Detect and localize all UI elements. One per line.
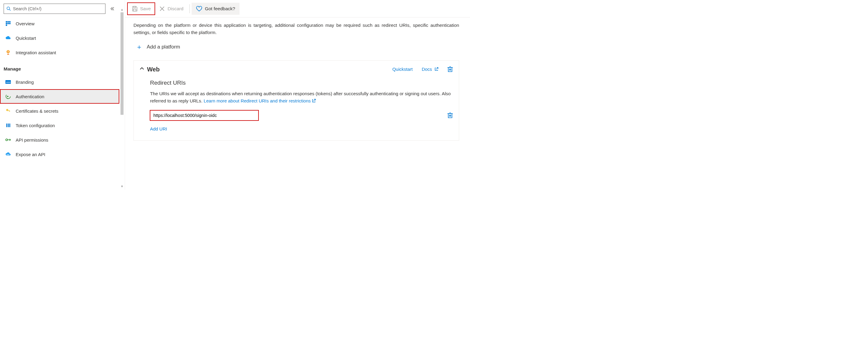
discard-icon bbox=[159, 6, 165, 12]
platform-card-web: Web Quickstart Docs bbox=[133, 60, 459, 141]
svg-point-20 bbox=[6, 139, 7, 141]
delete-platform-button[interactable] bbox=[447, 66, 453, 73]
branding-icon: www bbox=[5, 79, 11, 85]
svg-rect-8 bbox=[6, 24, 7, 26]
sidebar-item-token-configuration[interactable]: Token configuration bbox=[0, 118, 119, 133]
sidebar-item-label: Overview bbox=[16, 21, 35, 26]
plus-icon: ＋ bbox=[136, 42, 143, 52]
redirect-uri-input[interactable] bbox=[150, 110, 258, 121]
feedback-button-label: Got feedback? bbox=[205, 6, 235, 11]
card-title: Web bbox=[147, 65, 160, 74]
platform-intro-text: Depending on the platform or device this… bbox=[133, 22, 459, 36]
sidebar-item-label: Expose an API bbox=[16, 152, 45, 157]
svg-line-1 bbox=[9, 9, 10, 10]
svg-point-25 bbox=[7, 154, 7, 155]
heart-icon bbox=[196, 5, 203, 12]
search-icon bbox=[6, 6, 11, 11]
svg-line-39 bbox=[314, 99, 316, 101]
sidebar-item-api-permissions[interactable]: API permissions bbox=[0, 133, 119, 147]
sidebar-item-label: Authentication bbox=[16, 94, 44, 99]
svg-rect-2 bbox=[6, 21, 7, 23]
feedback-button[interactable]: Got feedback? bbox=[192, 3, 240, 15]
sidebar-scrollbar[interactable]: ▲ ▼ bbox=[119, 0, 125, 190]
search-placeholder: Search (Ctrl+/) bbox=[13, 6, 41, 11]
redirect-uris-heading: Redirect URIs bbox=[150, 79, 453, 87]
toolbar-divider bbox=[189, 4, 190, 13]
token-icon bbox=[5, 122, 11, 129]
svg-rect-17 bbox=[6, 124, 7, 127]
sidebar-item-expose-api[interactable]: Expose an API bbox=[0, 147, 119, 161]
discard-button-label: Discard bbox=[167, 6, 184, 11]
svg-rect-6 bbox=[7, 23, 9, 24]
sidebar-item-quickstart[interactable]: Quickstart bbox=[0, 31, 119, 45]
sidebar-item-label: Integration assistant bbox=[16, 50, 56, 55]
add-platform-label: Add a platform bbox=[147, 43, 180, 51]
sidebar-item-label: API permissions bbox=[16, 137, 48, 143]
sidebar-item-label: Certificates & secrets bbox=[16, 108, 58, 114]
svg-rect-28 bbox=[134, 6, 136, 7]
section-header-manage: Manage bbox=[0, 60, 119, 75]
sidebar: Search (Ctrl+/) Overview Quickstart bbox=[0, 0, 119, 190]
scroll-up-arrow: ▲ bbox=[121, 8, 124, 11]
svg-rect-16 bbox=[9, 111, 10, 112]
learn-more-redirect-link[interactable]: Learn more about Redirect URIs and their… bbox=[204, 98, 316, 103]
external-link-icon bbox=[434, 67, 438, 71]
sidebar-item-integration-assistant[interactable]: Integration assistant bbox=[0, 45, 119, 60]
svg-rect-4 bbox=[9, 21, 10, 23]
svg-rect-7 bbox=[9, 23, 10, 24]
api-permissions-icon bbox=[5, 136, 11, 143]
svg-point-9 bbox=[8, 51, 9, 52]
sidebar-item-branding[interactable]: www Branding bbox=[0, 75, 119, 89]
sidebar-item-authentication[interactable]: Authentication bbox=[0, 89, 119, 104]
add-uri-button[interactable]: Add URI bbox=[150, 126, 167, 131]
svg-rect-18 bbox=[8, 124, 9, 127]
scroll-down-arrow: ▼ bbox=[121, 185, 124, 188]
sidebar-item-certificates-secrets[interactable]: Certificates & secrets bbox=[0, 104, 119, 118]
chevron-up-icon[interactable] bbox=[140, 67, 144, 71]
collapse-sidebar-button[interactable] bbox=[109, 5, 116, 12]
main-content: Save Discard Got feedback? Depending on … bbox=[125, 0, 470, 190]
svg-text:www: www bbox=[6, 81, 11, 83]
toolbar: Save Discard Got feedback? bbox=[125, 0, 470, 18]
external-link-icon bbox=[312, 99, 316, 103]
sidebar-item-label: Branding bbox=[16, 80, 34, 85]
sidebar-item-overview[interactable]: Overview bbox=[0, 16, 119, 31]
save-icon bbox=[132, 6, 138, 12]
svg-point-0 bbox=[7, 7, 10, 10]
expose-api-icon bbox=[5, 151, 11, 158]
svg-line-32 bbox=[436, 67, 438, 70]
redirect-uris-description: The URIs we will accept as destinations … bbox=[150, 90, 453, 104]
rocket-icon bbox=[5, 49, 11, 56]
save-button-label: Save bbox=[140, 6, 151, 11]
svg-rect-5 bbox=[6, 23, 7, 24]
add-platform-button[interactable]: ＋ Add a platform bbox=[136, 42, 459, 52]
svg-point-27 bbox=[8, 154, 9, 155]
cloud-icon bbox=[5, 35, 11, 41]
discard-button[interactable]: Discard bbox=[155, 3, 188, 15]
scroll-thumb[interactable] bbox=[121, 12, 124, 115]
search-input[interactable]: Search (Ctrl+/) bbox=[4, 4, 105, 14]
sidebar-item-label: Token configuration bbox=[16, 123, 55, 128]
key-icon bbox=[5, 107, 11, 114]
overview-icon bbox=[5, 20, 11, 27]
svg-rect-29 bbox=[133, 9, 136, 11]
docs-link[interactable]: Docs bbox=[422, 66, 438, 73]
quickstart-link[interactable]: Quickstart bbox=[392, 66, 413, 73]
svg-rect-19 bbox=[9, 124, 10, 127]
authentication-icon bbox=[5, 93, 11, 100]
delete-uri-button[interactable] bbox=[447, 112, 453, 119]
svg-rect-3 bbox=[7, 21, 9, 23]
sidebar-item-label: Quickstart bbox=[16, 36, 36, 41]
save-button[interactable]: Save bbox=[127, 3, 155, 15]
